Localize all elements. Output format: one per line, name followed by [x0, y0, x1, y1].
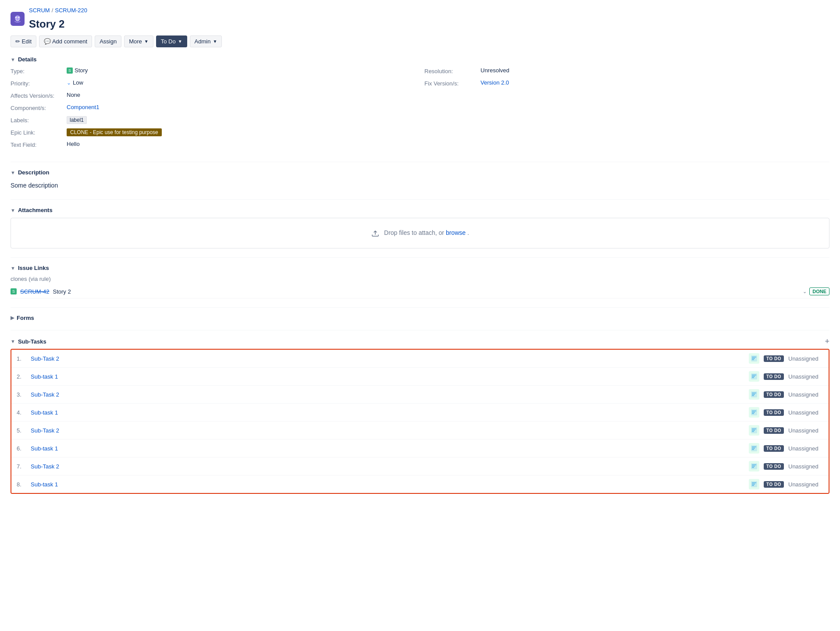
link-title: Story 2	[53, 288, 71, 295]
svg-rect-36	[752, 485, 754, 486]
resolution-label: Resolution:	[424, 67, 477, 74]
svg-rect-14	[752, 393, 756, 393]
page-title: Story 2	[29, 18, 87, 30]
svg-rect-18	[752, 411, 756, 411]
detail-components-row: Component/s: Component1	[11, 104, 416, 116]
done-chevron-icon: ⌄	[803, 289, 807, 294]
svg-rect-32	[752, 467, 754, 468]
divider-1	[11, 162, 829, 162]
description-section-header[interactable]: ▼ Description	[11, 169, 829, 176]
link-issue-key[interactable]: SCRUM-42	[20, 288, 49, 295]
todo-badge: TO DO	[764, 463, 784, 470]
fixversion-link[interactable]: Version 2.0	[481, 79, 509, 86]
attachments-toggle-icon: ▼	[11, 208, 15, 213]
subtask-link[interactable]: Sub-task 1	[31, 445, 58, 452]
issue-links-section-header[interactable]: ▼ Issue Links	[11, 265, 829, 271]
svg-rect-31	[752, 466, 755, 467]
admin-button[interactable]: Admin ▼	[190, 35, 222, 47]
admin-chevron-icon: ▼	[213, 39, 217, 44]
subtask-link[interactable]: Sub-task 1	[31, 481, 58, 488]
components-label: Component/s:	[11, 104, 63, 111]
epic-link-badge[interactable]: CLONE - Epic use for testing purpose	[67, 128, 162, 136]
breadcrumb-issue-link[interactable]: SCRUM-220	[55, 7, 87, 14]
subtask-link[interactable]: Sub-Task 2	[31, 463, 59, 470]
details-left-col: Type: S Story Priority: ⌄ Low Affects Ve…	[11, 67, 416, 153]
subtask-link[interactable]: Sub-task 1	[31, 373, 58, 380]
subtask-type-icon	[749, 389, 759, 400]
assignee-text: Unassigned	[788, 391, 823, 398]
breadcrumb: SCRUM / SCRUM-220	[29, 7, 87, 14]
subtasks-toggle-icon: ▼	[11, 339, 15, 344]
detail-type-row: Type: S Story	[11, 67, 416, 79]
breadcrumb-project-link[interactable]: SCRUM	[29, 7, 50, 14]
drop-zone[interactable]: Drop files to attach, or browse .	[11, 218, 829, 248]
attachments-section-header[interactable]: ▼ Attachments	[11, 207, 829, 213]
forms-section-header[interactable]: ▶ Forms	[11, 315, 829, 321]
subtask-number: 7.	[17, 463, 27, 470]
subtask-item: 8. Sub-task 1 TO DO Unassigned	[11, 475, 829, 493]
subtask-link[interactable]: Sub-Task 2	[31, 391, 59, 398]
edit-button[interactable]: ✏ Edit	[11, 35, 36, 47]
detail-priority-row: Priority: ⌄ Low	[11, 79, 416, 92]
label-tag: label1	[67, 116, 87, 124]
page-container: SCRUM / SCRUM-220 Story 2 ✏ Edit 💬 Add c…	[0, 0, 840, 510]
svg-rect-35	[752, 484, 755, 485]
subtask-item: 6. Sub-task 1 TO DO Unassigned	[11, 440, 829, 457]
svg-rect-27	[752, 448, 755, 449]
link-group-label: clones (via rule)	[11, 276, 829, 282]
subtask-type-icon	[749, 461, 759, 471]
type-value: S Story	[67, 67, 88, 74]
issue-links-toggle-icon: ▼	[11, 266, 15, 271]
svg-point-4	[19, 17, 20, 18]
subtask-type-icon	[749, 353, 759, 364]
forms-toggle-icon: ▶	[11, 315, 14, 321]
add-subtask-button[interactable]: +	[825, 337, 829, 345]
subtask-item: 1. Sub-Task 2 TO DO Unassigned	[11, 350, 829, 368]
detail-epic-row: Epic Link: CLONE - Epic use for testing …	[11, 128, 416, 141]
svg-rect-34	[752, 482, 756, 483]
svg-rect-26	[752, 447, 756, 447]
detail-fixversion-row: Fix Version/s: Version 2.0	[424, 79, 829, 92]
browse-link[interactable]: browse	[446, 229, 466, 236]
todo-button[interactable]: To Do ▼	[156, 35, 187, 47]
attachments-section-label: Attachments	[18, 207, 53, 213]
svg-rect-22	[752, 429, 756, 429]
subtask-type-icon	[749, 479, 759, 489]
subtask-right: TO DO Unassigned	[749, 461, 823, 471]
svg-rect-16	[752, 395, 754, 396]
subtask-link[interactable]: Sub-Task 2	[31, 427, 59, 434]
component-link[interactable]: Component1	[67, 104, 99, 110]
subtask-item: 4. Sub-task 1 TO DO Unassigned	[11, 404, 829, 422]
todo-chevron-icon: ▼	[178, 39, 182, 44]
description-section-label: Description	[18, 169, 50, 176]
subtask-link[interactable]: Sub-task 1	[31, 409, 58, 416]
subtask-item: 3. Sub-Task 2 TO DO Unassigned	[11, 386, 829, 404]
more-chevron-icon: ▼	[144, 39, 149, 44]
details-section-header[interactable]: ▼ Details	[11, 56, 829, 63]
subtask-type-icon	[749, 407, 759, 418]
fixversion-label: Fix Version/s:	[424, 79, 477, 87]
description-text: Some description	[11, 180, 829, 191]
story-icon: S	[67, 67, 73, 74]
assign-button[interactable]: Assign	[95, 35, 121, 47]
svg-rect-15	[752, 394, 755, 395]
subtask-number: 1.	[17, 355, 27, 362]
svg-rect-12	[752, 377, 754, 378]
subtask-link[interactable]: Sub-Task 2	[31, 355, 59, 362]
svg-rect-19	[752, 412, 755, 413]
forms-section: ▶ Forms	[11, 315, 829, 321]
svg-rect-28	[752, 449, 754, 450]
svg-rect-10	[752, 375, 756, 376]
forms-section-label: Forms	[17, 315, 34, 321]
type-label: Type:	[11, 67, 63, 74]
subtask-right: TO DO Unassigned	[749, 479, 823, 489]
assignee-text: Unassigned	[788, 463, 823, 470]
subtask-number: 2.	[17, 373, 27, 380]
subtasks-header: ▼ Sub-Tasks +	[11, 337, 829, 345]
add-comment-button[interactable]: 💬 Add comment	[39, 35, 92, 47]
resolution-value: Unresolved	[481, 67, 509, 74]
more-button[interactable]: More ▼	[124, 35, 153, 47]
svg-point-3	[16, 17, 17, 18]
description-toggle-icon: ▼	[11, 170, 15, 175]
subtasks-section-label: Sub-Tasks	[18, 338, 46, 345]
